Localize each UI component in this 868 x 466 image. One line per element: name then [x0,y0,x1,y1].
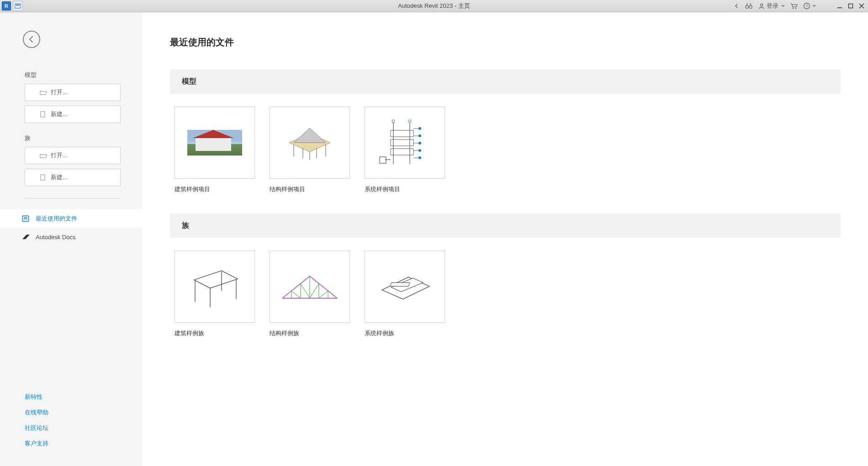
svg-point-4 [760,4,762,6]
tile-label: 结构样例项目 [270,185,350,193]
link-whatsnew[interactable]: 新特性 [25,393,118,401]
svg-point-28 [408,120,411,123]
nav-recent-files[interactable]: 最近使用的文件 [0,209,143,228]
open-model-button[interactable]: 打开... [25,84,121,101]
svg-point-36 [418,156,421,159]
svg-point-2 [746,5,748,8]
svg-text:?: ? [805,4,808,8]
titlebar: R Autodesk Revit 2023 - 主页 登录 ? [0,0,868,12]
svg-point-32 [418,127,421,130]
home-quickaccess-button[interactable] [13,1,23,11]
folder-open-icon [40,153,47,158]
svg-rect-14 [41,175,45,180]
new-model-button[interactable]: 新建... [25,106,121,123]
maximize-button[interactable] [848,1,853,11]
svg-line-55 [291,291,301,298]
sidebar-families-label: 族 [25,134,118,142]
tile-family-sys[interactable]: 系统样例族 [365,251,445,337]
link-support[interactable]: 客户支持 [25,439,118,448]
tile-thumb [365,107,445,179]
new-model-label: 新建... [51,110,68,118]
search-binoculars-icon[interactable] [745,1,753,11]
svg-rect-17 [24,219,27,220]
tile-family-arch[interactable]: 建筑样例族 [175,251,255,337]
tile-thumb [270,107,350,179]
link-forum[interactable]: 社区论坛 [25,424,118,432]
revit-app-icon[interactable]: R [2,1,11,11]
svg-rect-16 [24,217,27,218]
new-family-label: 新建... [51,173,68,182]
svg-point-27 [392,120,395,123]
tile-model-struct[interactable]: 结构样例项目 [270,107,350,193]
tile-thumb [175,251,255,323]
tile-family-struct[interactable]: 结构样例族 [270,251,350,337]
login-button[interactable]: 登录 [758,2,778,10]
group-header-models: 模型 [170,70,841,94]
sidebar-models-label: 模型 [25,71,118,79]
autodesk-docs-icon [22,234,30,240]
main-content: 最近使用的文件 模型 建筑样例项目 [143,12,868,466]
tile-label: 系统样例族 [365,329,445,337]
nav-recent-label: 最近使用的文件 [36,214,77,223]
svg-point-35 [418,149,421,152]
back-button[interactable] [23,31,40,48]
help-icon[interactable]: ? [803,1,810,11]
folder-open-icon [40,90,47,95]
login-label: 登录 [767,2,778,10]
nav-docs-label: Autodesk Docs [36,234,75,241]
link-online-help[interactable]: 在线帮助 [25,408,118,417]
open-model-label: 打开... [51,88,68,96]
open-family-button[interactable]: 打开... [25,147,121,164]
new-file-icon [40,174,47,181]
tile-model-sys[interactable]: 系统样例项目 [365,107,445,193]
svg-point-6 [795,8,796,9]
svg-marker-44 [194,271,238,288]
close-button[interactable] [859,1,864,11]
tile-label: 建筑样例族 [175,329,255,337]
svg-point-5 [793,8,794,9]
tile-thumb [175,107,255,179]
nav-autodesk-docs[interactable]: Autodesk Docs [0,228,143,246]
svg-rect-61 [390,283,410,286]
svg-line-58 [319,291,328,298]
open-family-label: 打开... [51,151,68,160]
new-file-icon [40,111,47,118]
new-family-button[interactable]: 新建... [25,169,121,186]
group-header-families: 族 [170,214,841,238]
svg-point-3 [749,5,752,8]
svg-line-56 [301,284,310,298]
svg-rect-42 [380,157,386,163]
tile-thumb [365,251,445,323]
svg-rect-1 [16,5,20,5]
svg-point-33 [418,134,421,137]
tile-label: 建筑样例项目 [175,185,255,193]
recent-files-icon [22,215,30,222]
svg-marker-19 [294,128,326,143]
svg-rect-13 [41,112,45,117]
minimize-button[interactable] [837,1,842,11]
svg-point-34 [418,142,421,145]
tile-model-arch[interactable]: 建筑样例项目 [175,107,255,193]
page-title: 最近使用的文件 [170,36,841,48]
tile-label: 结构样例族 [270,329,350,337]
svg-line-57 [310,284,319,298]
cart-icon[interactable] [790,1,798,11]
back-arrow-small-icon[interactable] [735,1,739,11]
tile-thumb [270,251,350,323]
svg-rect-10 [849,4,853,8]
window-title: Autodesk Revit 2023 - 主页 [398,2,470,10]
help-dropdown-icon[interactable] [812,1,816,11]
sidebar-divider [25,198,121,198]
sidebar: 模型 打开... 新建... 族 打开... 新建... 最近使用的文件 [0,12,143,466]
tile-label: 系统样例项目 [365,185,445,193]
dropdown-caret-icon[interactable] [781,1,785,11]
svg-rect-0 [15,4,21,8]
